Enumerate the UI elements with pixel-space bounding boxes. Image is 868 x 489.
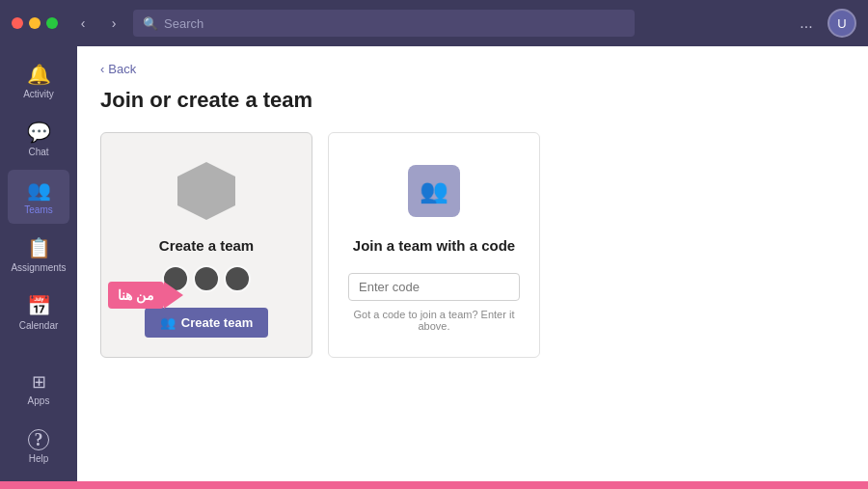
maximize-button[interactable] [46, 17, 58, 29]
help-icon: ? [28, 429, 49, 450]
sidebar-label-assignments: Assignments [11, 262, 66, 273]
sidebar-label-apps: Apps [28, 395, 50, 406]
sidebar-label-chat: Chat [28, 147, 48, 157]
sidebar: 🔔 Activity 💬 Chat 👥 Teams 📋 Assignments … [0, 46, 77, 481]
create-team-image [177, 162, 235, 220]
create-team-button-icon: 👥 [160, 315, 176, 330]
create-team-button-label: Create team [181, 315, 253, 330]
code-input[interactable] [359, 280, 509, 294]
cards-container: Create a team 👥 Create team 👥 [100, 132, 845, 358]
sidebar-label-calendar: Calendar [19, 320, 59, 331]
back-nav-button[interactable]: ‹ [71, 12, 95, 35]
avatar-3 [224, 265, 251, 292]
bottom-bar [0, 481, 868, 489]
page-title: Join or create a team [100, 88, 845, 113]
sidebar-item-activity[interactable]: 🔔 Activity [8, 54, 69, 108]
titlebar: ‹ › 🔍 ... U [0, 0, 868, 46]
close-button[interactable] [12, 17, 23, 29]
code-input-wrapper[interactable] [348, 273, 520, 301]
search-input[interactable] [164, 16, 625, 31]
back-button[interactable]: ‹ Back [100, 62, 136, 76]
sidebar-item-calendar[interactable]: 📅 Calendar [8, 285, 69, 340]
search-bar[interactable]: 🔍 [133, 10, 635, 37]
teams-icon: 👥 [27, 178, 51, 202]
create-team-icon-wrapper [172, 156, 241, 226]
minimize-button[interactable] [29, 17, 41, 29]
create-team-card: Create a team 👥 Create team [100, 132, 312, 358]
activity-icon: 🔔 [27, 63, 51, 86]
calendar-icon: 📅 [27, 294, 51, 317]
create-team-button[interactable]: 👥 Create team [145, 308, 268, 338]
code-hint: Got a code to join a team? Enter it abov… [348, 309, 520, 332]
search-icon: 🔍 [143, 16, 158, 31]
sidebar-label-activity: Activity [23, 89, 54, 99]
join-team-title: Join a team with a code [353, 237, 515, 254]
annotation-arrow [164, 282, 183, 309]
traffic-lights [12, 17, 58, 29]
create-team-title: Create a team [159, 237, 254, 254]
forward-nav-button[interactable]: › [102, 12, 125, 35]
avatar[interactable]: U [827, 9, 856, 38]
annotation-label: من هنا [108, 282, 164, 309]
avatar-2 [193, 265, 220, 292]
join-team-icon: 👥 [408, 165, 460, 217]
apps-icon: ⊞ [32, 371, 46, 393]
sidebar-item-help[interactable]: ? Help [8, 420, 69, 474]
sidebar-item-apps[interactable]: ⊞ Apps [8, 362, 69, 416]
chat-icon: 💬 [27, 121, 51, 144]
join-team-icon-wrapper: 👥 [399, 156, 469, 226]
assignments-icon: 📋 [27, 236, 51, 259]
sidebar-item-assignments[interactable]: 📋 Assignments [8, 228, 69, 282]
annotation: من هنا [108, 282, 183, 309]
back-label: Back [108, 62, 136, 76]
titlebar-right: ... U [793, 9, 856, 38]
sidebar-label-teams: Teams [24, 204, 52, 215]
content-area: ‹ Back Join or create a team Create a te… [77, 46, 868, 481]
sidebar-label-help: Help [29, 453, 49, 464]
sidebar-item-chat[interactable]: 💬 Chat [8, 112, 69, 166]
more-button[interactable]: ... [793, 10, 820, 37]
join-team-card: 👥 Join a team with a code Got a code to … [328, 132, 540, 358]
join-teams-symbol: 👥 [420, 177, 448, 204]
back-chevron-icon: ‹ [100, 62, 104, 76]
main-layout: 🔔 Activity 💬 Chat 👥 Teams 📋 Assignments … [0, 46, 868, 481]
sidebar-item-teams[interactable]: 👥 Teams [8, 170, 69, 224]
